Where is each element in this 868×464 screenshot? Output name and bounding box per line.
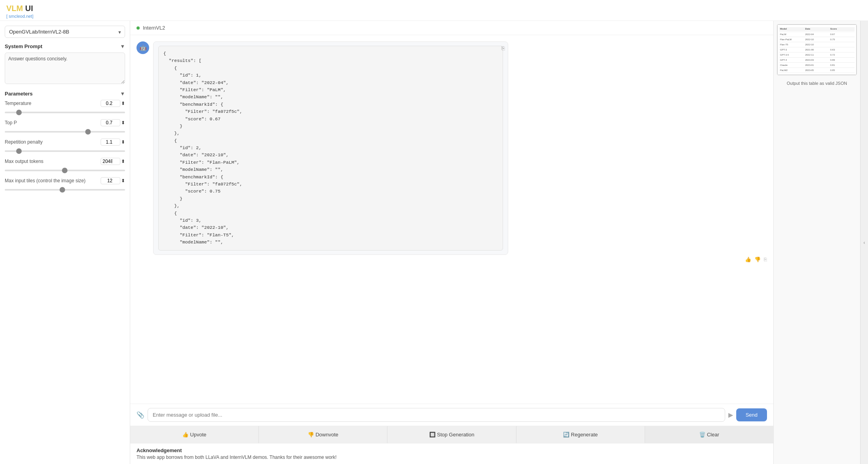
logo: VLM UI — [6, 4, 862, 13]
logo-vlm: VLM — [6, 4, 23, 13]
max-output-tokens-slider[interactable] — [5, 170, 125, 171]
top-p-label: Top P — [5, 120, 17, 125]
system-prompt-label: System Prompt — [5, 43, 42, 49]
fake-table-row: ModelDateScore — [779, 26, 855, 32]
model-selector[interactable]: OpenGVLab/InternVL2-8B OpenGVLab/InternV… — [5, 26, 125, 38]
fake-table-cell: GPT-3.5 — [779, 53, 804, 56]
chat-status-dot — [137, 26, 140, 30]
acknowledgement-text: This web app borrows from both LLaVA and… — [137, 455, 767, 460]
max-input-tiles-param: Max input tiles (control the image size)… — [5, 177, 125, 192]
upload-button[interactable]: 📎 — [137, 411, 144, 419]
thumbs-up-action[interactable]: 👍 — [745, 256, 751, 262]
acknowledgement-title: Acknowledgement — [137, 447, 767, 453]
fake-table-cell: Claude — [779, 64, 804, 67]
sidebar: OpenGVLab/InternVL2-8B OpenGVLab/InternV… — [0, 21, 130, 464]
fake-table-cell: Score — [829, 27, 855, 31]
fake-table-cell: 0.81 — [829, 64, 855, 67]
image-caption: Output this table as valid JSON — [777, 79, 857, 88]
fake-table-cell: 2022-10 — [804, 38, 830, 41]
message-bubble: ⎘ { "results": [ { "id": 1, "date": "202… — [153, 41, 508, 255]
fake-table-row: GPT-42023-030.89 — [779, 58, 855, 63]
temperature-input[interactable] — [101, 100, 120, 107]
action-buttons: 👍 Upvote 👎 Downvote 🔲 Stop Generation 🔄 … — [130, 426, 773, 443]
fake-table-cell: 2022-10 — [804, 43, 830, 46]
parameters-collapse-btn[interactable]: ▼ — [120, 91, 125, 97]
max-input-tiles-input[interactable] — [101, 177, 120, 184]
fake-table-cell: 0.75 — [829, 38, 855, 41]
fake-table-row: Flan-PaLM2022-100.75 — [779, 37, 855, 42]
code-block: { "results": [ { "id": 1, "date": "2022-… — [158, 46, 503, 251]
ai-message: 🤖 ⎘ { "results": [ { "id": 1, "date": "2… — [137, 41, 767, 262]
chat-model-name: InternVL2 — [143, 25, 165, 31]
system-prompt-textarea[interactable] — [5, 52, 125, 84]
acknowledgement: Acknowledgement This web app borrows fro… — [130, 443, 773, 464]
fake-table-cell: 0.72 — [829, 53, 855, 56]
max-input-tiles-label: Max input tiles (control the image size) — [5, 178, 86, 183]
fake-table-cell: GPT-3 — [779, 48, 804, 51]
fake-table-cell: Model — [779, 27, 804, 31]
temperature-param: Temperature ⬍ — [5, 100, 125, 114]
fake-table-row: Claude2023-010.81 — [779, 63, 855, 68]
regenerate-button[interactable]: 🔄 Regenerate — [516, 426, 645, 443]
downvote-button[interactable]: 👎 Downvote — [259, 426, 387, 443]
max-output-tokens-input[interactable] — [101, 158, 120, 165]
stop-generation-button[interactable]: 🔲 Stop Generation — [387, 426, 516, 443]
parameters-section: Parameters ▼ Temperature ⬍ — [5, 91, 125, 192]
fake-table: ModelDateScorePaLM2022-040.67Flan-PaLM20… — [777, 24, 857, 75]
image-panel: ModelDateScorePaLM2022-040.67Flan-PaLM20… — [773, 21, 860, 464]
fake-table-row: GPT-3.52022-110.72 — [779, 52, 855, 58]
fake-table-cell: PaLM — [779, 33, 804, 36]
sub-link[interactable]: [ smcleod.net] — [6, 14, 33, 19]
system-prompt-collapse-btn[interactable]: ▼ — [120, 43, 125, 49]
top-p-slider[interactable] — [5, 131, 125, 133]
submit-arrow-button[interactable]: ▶ — [728, 411, 733, 419]
repetition-penalty-slider[interactable] — [5, 150, 125, 152]
top-p-param: Top P ⬍ — [5, 119, 125, 134]
temperature-label: Temperature — [5, 101, 31, 106]
upvote-button[interactable]: 👍 Upvote — [130, 426, 259, 443]
clear-button[interactable]: 🗑️ Clear — [645, 426, 773, 443]
parameters-section-header: Parameters ▼ — [5, 91, 125, 97]
temperature-slider[interactable] — [5, 112, 125, 113]
fake-table-cell: 0.63 — [829, 48, 855, 51]
max-output-tokens-param: Max output tokens ⬍ — [5, 158, 125, 172]
max-input-tiles-slider[interactable] — [5, 189, 125, 191]
temperature-spinners: ⬍ — [121, 101, 125, 106]
fake-table-cell: 2023-01 — [804, 64, 830, 67]
right-panel-wrap: ModelDateScorePaLM2022-040.67Flan-PaLM20… — [773, 21, 868, 464]
chat-header: InternVL2 — [130, 21, 773, 35]
chat-input-area: 📎 ▶ Send — [130, 404, 773, 426]
fake-table-cell: Flan-T5 — [779, 43, 804, 46]
fake-table-cell: 2021-06 — [804, 48, 830, 51]
fake-table-cell: 0.85 — [829, 69, 855, 72]
max-output-tokens-spinners: ⬍ — [121, 159, 125, 164]
copy-action[interactable]: ⎘ — [764, 256, 767, 262]
chat-messages: 🤖 ⎘ { "results": [ { "id": 1, "date": "2… — [130, 35, 773, 404]
thumbs-down-action[interactable]: 👎 — [754, 256, 761, 262]
copy-button[interactable]: ⎘ — [501, 45, 505, 51]
ai-avatar: 🤖 — [137, 41, 149, 54]
fake-table-cell: Date — [804, 27, 830, 31]
top-p-input[interactable] — [101, 119, 120, 126]
image-panel-toggle[interactable]: ‹ — [860, 21, 868, 464]
message-actions: 👍 👎 ⎘ — [153, 256, 767, 262]
chat-input[interactable] — [148, 408, 725, 422]
image-thumbnail: ModelDateScorePaLM2022-040.67Flan-PaLM20… — [777, 24, 857, 75]
fake-table-row: Flan-T52022-10 — [779, 42, 855, 47]
repetition-penalty-input[interactable] — [101, 138, 120, 146]
system-prompt-section-header: System Prompt ▼ — [5, 43, 125, 49]
fake-table-cell: 2023-05 — [804, 69, 830, 72]
image-panel-content: ModelDateScorePaLM2022-040.67Flan-PaLM20… — [774, 21, 860, 464]
fake-table-row: GPT-32021-060.63 — [779, 47, 855, 52]
fake-table-row: PaLM2022-040.67 — [779, 32, 855, 37]
chat-area: InternVL2 🤖 ⎘ { "results": [ { "id": 1, … — [130, 21, 773, 464]
parameters-label: Parameters — [5, 91, 33, 97]
model-selector-wrap: OpenGVLab/InternVL2-8B OpenGVLab/InternV… — [5, 26, 125, 38]
send-button[interactable]: Send — [736, 408, 767, 421]
fake-table-row: PaLM22023-050.85 — [779, 68, 855, 73]
fake-table-cell — [829, 43, 855, 46]
logo-ui: UI — [25, 4, 33, 13]
fake-table-cell: Flan-PaLM — [779, 38, 804, 41]
repetition-penalty-label: Repetition penalty — [5, 139, 43, 145]
fake-table-cell: PaLM2 — [779, 69, 804, 72]
